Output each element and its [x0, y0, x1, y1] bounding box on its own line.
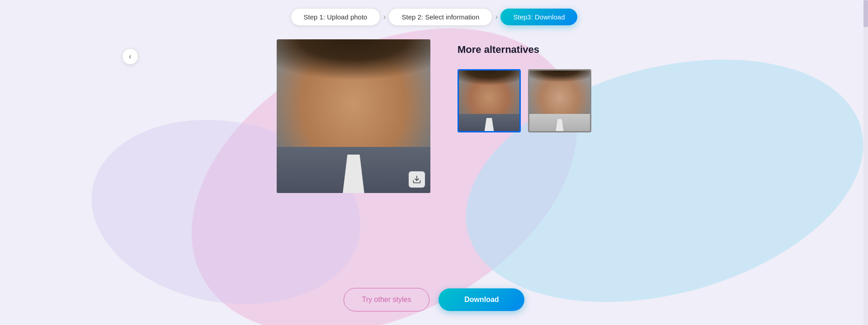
- alternatives-grid: [458, 69, 591, 132]
- download-button[interactable]: Download: [439, 288, 524, 311]
- step2-label: Step 2: Select information: [401, 13, 479, 21]
- alternatives-title: More alternatives: [458, 44, 591, 56]
- main-photo-container: [277, 39, 430, 193]
- step1-label: Step 1: Upload photo: [304, 13, 368, 21]
- step1-pill[interactable]: Step 1: Upload photo: [291, 8, 381, 26]
- page-content: Step 1: Upload photo › Step 2: Select in…: [0, 0, 868, 325]
- alt2-portrait: [529, 71, 590, 131]
- back-button[interactable]: ‹: [122, 48, 138, 65]
- alternative-photo-1[interactable]: [458, 69, 521, 132]
- main-area: ‹ More alternative: [0, 39, 868, 288]
- alt1-portrait: [459, 71, 519, 131]
- step2-pill[interactable]: Step 2: Select information: [388, 8, 492, 26]
- back-chevron-icon: ‹: [129, 52, 131, 61]
- hair-top: [277, 39, 430, 98]
- bottom-actions: Try other styles Download: [344, 288, 525, 311]
- alternative-photo-2[interactable]: [528, 69, 591, 132]
- chevron-2-icon: ›: [495, 12, 498, 22]
- face-render: [277, 39, 430, 193]
- step3-pill[interactable]: Step3: Download: [500, 9, 577, 25]
- main-photo[interactable]: [277, 39, 430, 193]
- steps-header: Step 1: Upload photo › Step 2: Select in…: [291, 8, 578, 26]
- try-styles-button[interactable]: Try other styles: [344, 288, 430, 311]
- photo-download-icon[interactable]: [409, 171, 425, 188]
- alternatives-panel: More alternatives: [458, 39, 591, 132]
- step3-label: Step3: Download: [513, 13, 565, 21]
- chevron-1-icon: ›: [383, 12, 386, 22]
